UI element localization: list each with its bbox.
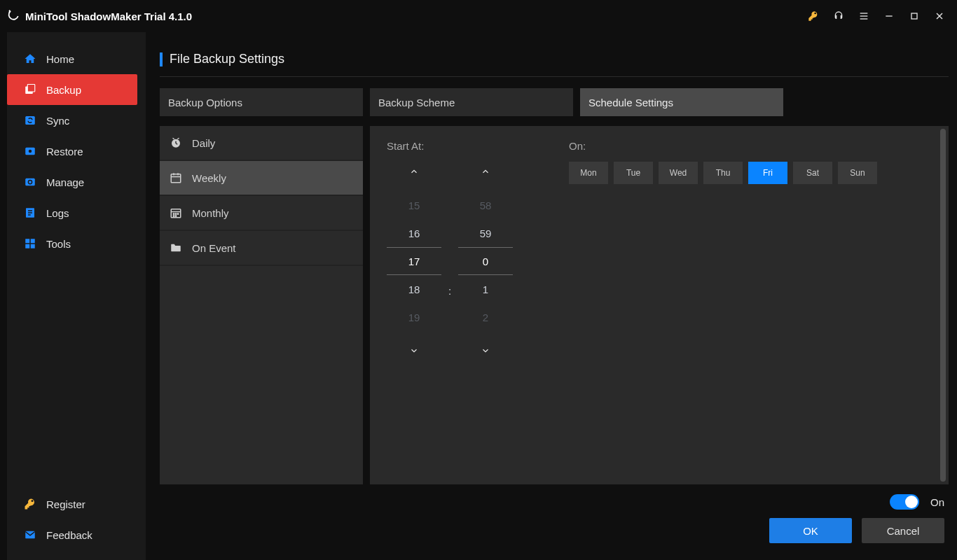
sidebar-item-logs[interactable]: Logs [7,197,146,228]
hour-option[interactable]: 15 [387,191,441,219]
svg-rect-0 [860,13,868,13]
mode-on-event[interactable]: On Event [160,231,363,266]
minute-up-button[interactable] [476,162,495,181]
close-icon[interactable] [933,10,946,22]
sidebar-item-manage[interactable]: Manage [7,167,146,197]
tab-backup-scheme[interactable]: Backup Scheme [370,88,573,116]
tab-backup-options[interactable]: Backup Options [160,88,363,116]
license-key-icon[interactable] [807,10,820,22]
day-mon[interactable]: Mon [569,162,608,184]
hour-option[interactable]: 18 [387,275,441,303]
minimize-icon[interactable] [883,10,895,22]
sidebar-item-tools[interactable]: Tools [7,228,146,259]
hour-option[interactable]: 19 [387,303,441,331]
hour-wheel[interactable]: 15 16 17 18 19 [387,191,441,331]
maximize-icon[interactable] [908,10,921,22]
svg-rect-20 [25,244,29,248]
support-icon[interactable] [832,10,845,22]
folder-icon [170,241,182,254]
sidebar-item-label: Restore [46,146,83,158]
time-picker: 15 16 17 18 19 : [387,162,513,360]
hour-down-button[interactable] [404,341,424,360]
mode-label: On Event [192,242,236,254]
hour-selected[interactable]: 17 [387,247,441,275]
app-logo-icon [7,10,20,22]
mode-weekly[interactable]: Weekly [160,161,363,196]
main: File Backup Settings Backup Options Back… [146,32,957,560]
sidebar-item-label: Backup [46,84,81,96]
tab-label: Backup Options [168,97,242,108]
sidebar-item-backup[interactable]: Backup [7,74,137,105]
sidebar-item-label: Manage [46,176,84,188]
minute-option[interactable]: 59 [458,219,513,247]
svg-point-11 [29,150,32,153]
minute-option[interactable]: 58 [458,191,513,219]
minute-option[interactable]: 2 [458,303,513,331]
day-tue[interactable]: Tue [614,162,653,184]
minute-option[interactable]: 1 [458,275,513,303]
svg-point-34 [173,214,174,215]
minute-selected[interactable]: 0 [458,247,513,275]
content-row: Daily Weekly Monthly [160,126,949,484]
sidebar-item-restore[interactable]: Restore [7,136,146,167]
tab-row: Backup Options Backup Scheme Schedule Se… [160,88,949,116]
scrollbar[interactable] [940,129,946,482]
start-at-section: Start At: 15 16 17 18 19 [387,140,513,470]
minute-wheel[interactable]: 58 59 0 1 2 [458,191,513,331]
mail-icon [24,528,36,541]
button-label: OK [803,525,818,537]
ok-button[interactable]: OK [769,518,852,543]
home-icon [24,52,36,65]
day-sun[interactable]: Sun [838,162,877,184]
tab-schedule-settings[interactable]: Schedule Settings [580,88,783,116]
svg-rect-28 [171,174,181,183]
page-header-accent [160,52,163,66]
sidebar-item-sync[interactable]: Sync [7,105,146,136]
day-sat[interactable]: Sat [793,162,832,184]
minute-down-button[interactable] [476,341,495,360]
svg-line-26 [173,138,174,139]
day-fri[interactable]: Fri [748,162,787,184]
sidebar-item-label: Register [46,498,85,510]
clock-icon [170,136,182,149]
app-body: Home Backup Sync Restore Manage [0,32,957,560]
sidebar-item-label: Home [46,53,74,65]
key-icon [24,498,36,510]
sidebar-item-home[interactable]: Home [7,43,146,74]
footer-button-row: OK Cancel [160,510,949,543]
svg-rect-2 [860,18,868,19]
menu-icon[interactable] [858,10,870,22]
day-thu[interactable]: Thu [703,162,743,184]
mode-monthly[interactable]: Monthly [160,196,363,231]
sidebar-item-label: Feedback [46,529,92,541]
sidebar-bottom: Register Feedback [7,489,146,560]
svg-rect-3 [886,15,892,16]
mode-label: Daily [192,137,215,149]
cancel-button[interactable]: Cancel [862,518,944,543]
sidebar-item-label: Logs [46,207,69,219]
schedule-toggle[interactable] [890,494,919,510]
svg-rect-19 [31,239,35,243]
on-label: On: [569,140,877,152]
svg-point-35 [175,214,177,215]
sidebar-item-feedback[interactable]: Feedback [7,519,146,550]
svg-rect-1 [860,15,868,16]
hour-up-button[interactable] [404,162,424,181]
titlebar-left: MiniTool ShadowMaker Trial 4.1.0 [7,10,192,22]
manage-icon [24,176,36,188]
hour-option[interactable]: 16 [387,219,441,247]
tab-label: Schedule Settings [588,97,673,108]
hour-spinner: 15 16 17 18 19 [387,162,441,360]
app-title: MiniTool ShadowMaker Trial 4.1.0 [25,10,192,22]
on-days-section: On: Mon Tue Wed Thu Fri Sat Sun [569,140,877,470]
schedule-config-panel: Start At: 15 16 17 18 19 [370,126,949,484]
calendar-week-icon [170,172,182,184]
day-label: Sun [850,168,865,178]
time-colon: : [446,162,454,297]
svg-line-27 [177,138,179,139]
mode-daily[interactable]: Daily [160,126,363,161]
svg-rect-18 [25,239,29,243]
sidebar-item-register[interactable]: Register [7,489,146,519]
day-wed[interactable]: Wed [659,162,698,184]
tools-icon [24,237,36,250]
